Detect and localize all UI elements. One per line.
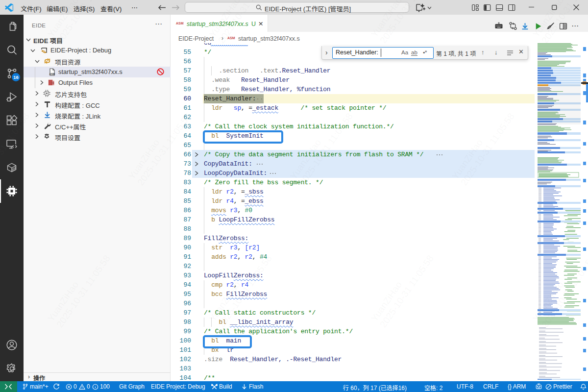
svg-text:ASM: ASM [49,73,55,75]
